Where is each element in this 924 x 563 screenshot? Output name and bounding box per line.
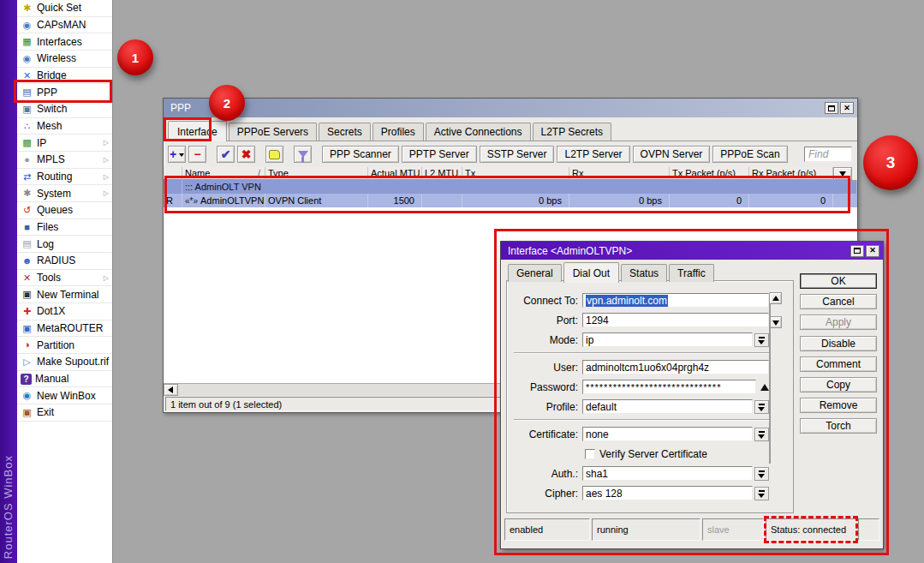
sidebar-item-files[interactable]: ■Files [17,219,112,237]
ok-button[interactable]: OK [800,273,877,289]
cancel-button[interactable]: Cancel [800,294,877,309]
dialog-maximize-button[interactable] [850,245,864,257]
column-header-tx-packet-p-s[interactable]: Tx Packet (p/s) [670,167,749,180]
dialog-tab-status[interactable]: Status [621,264,667,282]
sidebar-item-manual[interactable]: ?Manual [17,371,112,388]
comment-button[interactable] [265,146,283,163]
column-select-button[interactable] [833,167,852,180]
sstp-server-button[interactable]: SSTP Server [480,146,555,163]
dialog-tab-general[interactable]: General [508,264,562,282]
ppp-scanner-button[interactable]: PPP Scanner [322,146,399,163]
dialog-tab-traffic[interactable]: Traffic [669,264,714,282]
tab-active-connections[interactable]: Active Connections [426,123,531,141]
row-flags-cell [164,180,182,194]
sidebar-item-bridge[interactable]: ✕Bridge [17,68,112,85]
sidebar-item-metarouter[interactable]: ▣MetaROUTER [17,320,112,338]
sidebar-item-partition[interactable]: ◑Partition [17,337,112,354]
sidebar-item-exit[interactable]: ▣Exit [17,404,112,422]
column-header-tx[interactable]: Tx [462,167,569,180]
add-button[interactable]: + [168,146,186,163]
mode-input[interactable]: ip [582,332,753,347]
sidebar-item-interfaces[interactable]: ▦Interfaces [17,33,112,51]
maximize-button[interactable] [825,102,838,114]
sidebar-item-wireless[interactable]: ◉Wireless [17,51,112,68]
pppoe-scan-button[interactable]: PPPoE Scan [712,146,787,163]
disable-icon: ✖ [241,147,252,161]
sidebar-item-quick-set[interactable]: ✱Quick Set [17,0,112,17]
profile-dropdown-button[interactable] [754,400,769,414]
profile-input[interactable]: default [582,399,753,414]
dialog-titlebar[interactable]: Interface <AdminOLTVPN> ✕ [501,242,883,260]
sidebar-item-new-winbox[interactable]: ◉New WinBox [17,387,112,404]
remove-button[interactable]: − [188,146,206,163]
sidebar-item-mpls[interactable]: ●MPLS▷ [17,152,112,169]
column-header-rx-packet-p-s[interactable]: Rx Packet (p/s) [749,167,833,180]
remove-button[interactable]: Remove [800,398,877,413]
certificate-input[interactable]: none [582,427,753,441]
ovpn-server-button[interactable]: OVPN Server [633,146,711,163]
user-input[interactable]: adminoltcm1uo6x04prgh4z [582,360,769,374]
dialog-scrollbar[interactable] [769,292,782,506]
sidebar-item-log[interactable]: ▤Log [17,236,112,253]
column-header-actual-mtu[interactable]: Actual MTU [368,167,422,180]
mode-dropdown-button[interactable] [754,333,769,347]
ppp-window-titlebar[interactable]: PPP ✕ [164,99,857,117]
password-input[interactable]: ****************************** [582,380,756,394]
column-header-type[interactable]: Type [265,167,368,180]
port-input[interactable]: 1294 [582,313,769,327]
tab-secrets[interactable]: Secrets [319,123,371,141]
column-header-flags[interactable] [164,167,182,180]
sidebar-item-new-terminal[interactable]: ▣New Terminal [17,286,112,303]
certificate-dropdown-button[interactable] [754,428,769,441]
copy-button[interactable]: Copy [800,377,877,392]
column-header-rx[interactable]: Rx [569,167,670,180]
tab-pppoe-servers[interactable]: PPPoE Servers [229,123,317,141]
filter-button[interactable] [294,146,312,163]
enable-button[interactable]: ✔ [217,146,235,163]
sidebar-item-label: Wireless [37,52,76,64]
column-header-l2-mtu[interactable]: L2 MTU [422,167,462,180]
sidebar-item-make-supout-rif[interactable]: ▷Make Supout.rif [17,354,112,371]
auth-dropdown-button[interactable] [754,467,769,481]
connect-to-input[interactable]: vpn.adminolt.com [582,293,769,308]
sidebar-item-queues[interactable]: ↺Queues [17,202,112,219]
tab-profiles[interactable]: Profiles [373,123,424,141]
scroll-left-button[interactable] [164,384,178,396]
comment-button[interactable]: Comment [800,356,877,372]
l2tp-server-button[interactable]: L2TP Server [557,146,629,163]
table-row[interactable]: R«*»AdminOLTVPNOVPN Client15000 bps0 bps… [164,194,857,207]
sidebar-item-label: MPLS [37,153,65,165]
sidebar-item-ip[interactable]: ▩IP▷ [17,135,112,152]
torch-button[interactable]: Torch [800,418,877,434]
tab-interface[interactable]: Interface [168,121,227,141]
tab-l2tp-secrets[interactable]: L2TP Secrets [533,123,611,141]
sidebar-item-routing[interactable]: ⇄Routing▷ [17,169,112,186]
sidebar-item-capsman[interactable]: ◉CAPsMAN [17,17,112,34]
sidebar-item-mesh[interactable]: ∴Mesh [17,118,112,135]
scrollbar-track[interactable] [769,304,771,316]
cipher-dropdown-button[interactable] [754,487,769,500]
password-reveal-arrow-icon[interactable] [760,384,769,391]
scroll-down-button[interactable] [769,316,782,328]
table-row-comment[interactable]: ::: AdminOLT VPN [164,180,857,194]
disable-button[interactable]: ✖ [237,146,255,163]
sidebar-item-tools[interactable]: ✕Tools▷ [17,270,112,287]
sidebar-item-radius[interactable]: ☻RADIUS [17,253,112,270]
sidebar-item-dot1x[interactable]: ✚Dot1X [17,303,112,320]
close-button[interactable]: ✕ [840,102,854,114]
apply-button[interactable]: Apply [800,314,877,330]
pptp-server-button[interactable]: PPTP Server [402,146,477,163]
sidebar-item-system[interactable]: ✱System▷ [17,185,112,202]
cipher-input[interactable]: aes 128 [582,486,753,500]
column-header-name[interactable]: Name/ [182,167,265,180]
auth-input[interactable]: sha1 [582,466,753,481]
disable-button[interactable]: Disable [800,336,877,351]
scrollbar-thumb[interactable] [769,304,771,464]
find-input[interactable] [804,147,852,162]
sidebar-item-switch[interactable]: ▣Switch [17,101,112,118]
dialog-close-button[interactable]: ✕ [866,245,879,257]
verify-server-certificate-checkbox[interactable] [585,449,595,459]
sidebar-item-ppp[interactable]: ▤PPP [17,84,112,101]
dialog-tab-dial-out[interactable]: Dial Out [563,262,619,283]
scroll-up-button[interactable] [769,292,782,304]
